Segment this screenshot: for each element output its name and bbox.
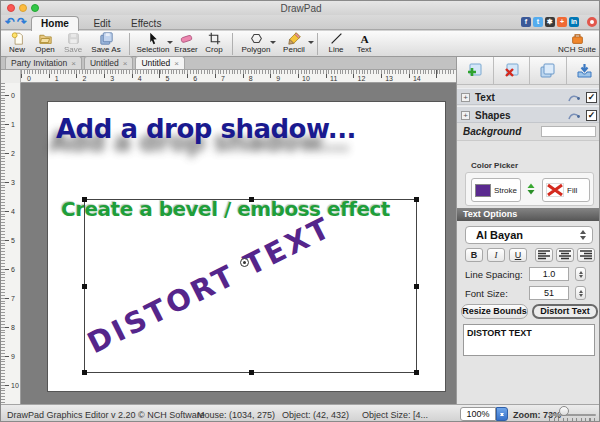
save-button[interactable]: Save [59,32,87,56]
undo-redo-icons[interactable]: ↶↷ [5,15,29,29]
tab-edit[interactable]: Edit [85,17,119,30]
font-size-field[interactable]: 51 [529,286,569,300]
doc-tab-untitled-1[interactable]: Untitled× [84,56,134,69]
crop-button[interactable]: Crop [200,32,228,56]
expand-icon[interactable]: + [461,111,470,120]
doc-tab-untitled-2[interactable]: Untitled× [135,56,185,69]
selection-handle[interactable] [249,197,254,202]
vertical-ruler: 012345678910 [1,83,21,404]
zoom-percent-select[interactable]: 100% [460,407,496,421]
close-tab-icon[interactable]: × [71,59,76,68]
twitter-icon[interactable]: t [533,17,543,27]
layer-visible-checkbox[interactable]: ✓ [586,110,597,121]
save-as-icon [100,32,113,45]
text-content-area[interactable]: DISTORT TEXT [463,324,595,356]
background-color-swatch[interactable] [541,126,596,137]
text-options-header: Text Options [457,208,600,221]
layer-toolbar [457,57,600,85]
ribbon-tab-row: ↶↷ Home Edit Effects ft✱+in [1,15,600,30]
expand-icon[interactable]: + [461,93,470,102]
eraser-button[interactable]: Eraser [172,32,200,56]
nch-suite-button[interactable]: NCH Suite [557,32,597,56]
duplicate-layer-button[interactable] [530,57,567,84]
selection-handle[interactable] [82,370,87,375]
linkedin-icon[interactable]: in [569,17,579,27]
selection-handle[interactable] [414,284,419,289]
layer-visible-checkbox[interactable]: ✓ [586,92,597,103]
drawing-canvas[interactable]: Add a drop shadow... Add a drop shadow..… [47,101,446,392]
font-size-label: Font Size: [465,288,508,299]
swap-colors-icon[interactable] [523,181,539,197]
import-layer-button[interactable] [567,57,600,84]
font-family-select[interactable]: Al Bayan [465,226,593,244]
line-button[interactable]: Line [322,32,350,56]
background-row[interactable]: Background [457,123,600,141]
bold-button[interactable]: B [465,248,483,262]
drop-shadow-text-object[interactable]: Add a drop shadow... [56,114,356,144]
resize-bounds-button[interactable]: Resize Bounds [461,304,528,319]
line-spacing-stepper[interactable] [575,267,586,281]
layer-row-text[interactable]: + Text ✓ [457,88,600,105]
italic-button[interactable]: I [487,248,505,262]
tab-effects[interactable]: Effects [123,17,169,30]
color-picker: Stroke Fill [465,172,594,206]
photos-icon[interactable]: ✱ [545,17,555,27]
stroke-color-swatch [475,184,491,197]
stroke-color-button[interactable]: Stroke [471,178,521,202]
color-picker-title: Color Picker [471,161,518,170]
zoom-stepper[interactable] [496,407,508,421]
zoom-slider-thumb[interactable] [559,406,569,416]
pencil-dropdown-icon[interactable] [308,41,314,44]
distort-text-button[interactable]: Distort Text [532,304,598,319]
help-icon[interactable] [587,17,597,27]
align-right-button[interactable] [577,248,595,262]
polygon-icon [250,32,263,45]
save-as-button[interactable]: Save As [87,32,125,56]
pencil-button[interactable]: Pencil [275,32,313,56]
align-left-button[interactable] [535,248,553,262]
open-button[interactable]: Open [31,32,59,56]
selection-handle[interactable] [82,284,87,289]
main-toolbar: New Open Save Save As Selection Eraser C… [1,31,600,57]
toolbar-separator [129,33,130,55]
share-icon[interactable]: + [557,17,567,27]
selection-handle[interactable] [414,197,419,202]
toolbar-separator [232,33,233,55]
facebook-icon[interactable]: f [521,17,531,27]
selection-bounding-box[interactable] [84,199,417,373]
fill-color-button[interactable]: Fill [542,178,590,202]
new-button[interactable]: New [3,32,31,56]
toolbar-separator [317,33,318,55]
rotation-center-marker[interactable] [240,258,249,267]
delete-layer-icon [503,62,520,79]
line-spacing-field[interactable]: 1.0 [529,267,569,281]
tab-home[interactable]: Home [31,16,79,31]
selection-handle[interactable] [249,370,254,375]
nch-suite-icon [571,32,584,45]
polygon-button[interactable]: Polygon [237,32,275,56]
doc-tab-party-invitation[interactable]: Party Invitation× [5,56,82,69]
text-button[interactable]: A Text [350,32,378,56]
svg-text:A: A [360,33,369,45]
close-tab-icon[interactable]: × [174,59,179,68]
selection-handle[interactable] [82,197,87,202]
selection-handle[interactable] [414,370,419,375]
status-bar: DrawPad Graphics Editor v 2.20 © NCH Sof… [1,404,600,422]
close-tab-icon[interactable]: × [123,59,128,68]
selection-button[interactable]: Selection [134,32,172,56]
vruler-numbers: 012345678910 [1,83,21,404]
add-layer-button[interactable] [457,57,494,84]
save-disk-icon [67,32,80,45]
align-center-button[interactable] [556,248,574,262]
font-size-stepper[interactable] [575,286,586,300]
align-center-icon [559,250,571,260]
layer-row-shapes[interactable]: + Shapes ✓ [457,106,600,123]
underline-button[interactable]: U [509,248,527,262]
add-layer-icon [466,62,483,79]
zoom-slider-track[interactable] [549,414,596,416]
workspace: Add a drop shadow... Add a drop shadow..… [21,83,456,404]
style-edit-icon[interactable] [568,92,580,104]
delete-layer-button[interactable] [494,57,531,84]
line-spacing-label: Line Spacing: [465,269,523,280]
style-edit-icon[interactable] [568,110,580,122]
